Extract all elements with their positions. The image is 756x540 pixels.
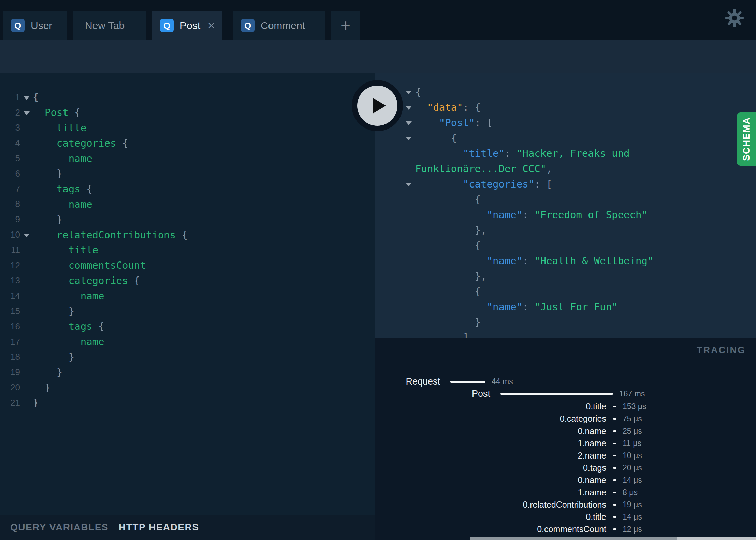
response-line: "title": "Hacker, Freaks und	[375, 146, 756, 161]
tracing-row-time: 153 μs	[623, 401, 646, 411]
editor-line[interactable]: 19 }	[0, 364, 375, 380]
add-tab-button[interactable]: +	[331, 11, 360, 40]
editor-line[interactable]: 15 }	[0, 303, 375, 319]
code-text: "title": "Hacker, Freaks und	[415, 148, 630, 159]
tab-bar: Q User New Tab Q Post × Q Comment +	[0, 0, 756, 40]
tracing-row-label: 1.name	[578, 438, 606, 448]
code-text: "name": "Freedom of Speech"	[415, 209, 648, 221]
response-line: "name": "Just For Fun"	[375, 299, 756, 314]
code-text: },	[415, 224, 487, 236]
tracing-dash	[613, 479, 616, 481]
query-editor-pane[interactable]: 1{2 Post {3 title4 categories {5 name6 }…	[0, 73, 375, 515]
tracing-dash	[613, 455, 616, 456]
tab-post[interactable]: Q Post ×	[152, 11, 222, 40]
tracing-row: 0.title14 μs	[375, 512, 756, 522]
editor-line[interactable]: 3 title	[0, 120, 375, 136]
collapse-arrow-icon[interactable]	[406, 91, 412, 94]
fold-arrow-icon[interactable]	[24, 96, 30, 100]
editor-line[interactable]: 13 categories {	[0, 273, 375, 288]
collapse-column	[402, 89, 415, 94]
editor-line[interactable]: 14 name	[0, 288, 375, 303]
editor-line[interactable]: 6 }	[0, 166, 375, 181]
editor-line[interactable]: 20 }	[0, 380, 375, 395]
tracing-row-label: 0.name	[578, 426, 606, 436]
code-text: categories {	[33, 275, 140, 286]
response-lines: { "data": { "Post": [ { "title": "Hacker…	[375, 84, 756, 338]
schema-tab-button[interactable]: SCHEMA	[737, 112, 756, 166]
close-tab-icon[interactable]: ×	[208, 19, 215, 32]
code-text: {	[33, 91, 39, 103]
code-text: "name": "Just For Fun"	[415, 301, 618, 313]
tracing-row-time: 20 μs	[623, 463, 642, 473]
editor-line[interactable]: 8 name	[0, 197, 375, 212]
collapse-arrow-icon[interactable]	[406, 183, 412, 186]
editor-line[interactable]: 7 tags {	[0, 181, 375, 197]
fold-arrow-icon[interactable]	[24, 234, 30, 237]
line-number: 7	[0, 184, 20, 194]
fold-column	[20, 232, 33, 237]
tracing-row-time: 75 μs	[623, 414, 642, 424]
code-text: name	[33, 290, 104, 302]
code-text: "categories": [	[415, 178, 552, 190]
settings-gear-icon[interactable]	[725, 8, 744, 28]
query-badge: Q	[160, 19, 174, 32]
line-number: 6	[0, 168, 20, 179]
editor-line[interactable]: 21}	[0, 395, 375, 410]
horizontal-scrollbar[interactable]	[470, 537, 756, 540]
http-headers-tab[interactable]: HTTP HEADERS	[119, 522, 199, 533]
response-line: "data": {	[375, 100, 756, 115]
play-icon	[373, 98, 386, 114]
tracing-row-time: 11 μs	[623, 438, 641, 448]
line-number: 12	[0, 260, 20, 271]
tracing-row: Post167 ms	[375, 389, 756, 399]
editor-line[interactable]: 16 tags {	[0, 319, 375, 334]
editor-line[interactable]: 1{	[0, 90, 375, 105]
tracing-row-time: 167 ms	[619, 389, 645, 399]
tab-comment[interactable]: Q Comment	[233, 11, 325, 40]
code-text: Funktionäre...Der CCC",	[415, 163, 552, 175]
tracing-row: 0.title153 μs	[375, 401, 756, 411]
collapse-column	[402, 120, 415, 125]
editor-line[interactable]: 17 name	[0, 334, 375, 349]
tab-user[interactable]: Q User	[3, 11, 67, 40]
editor-line[interactable]: 9 }	[0, 212, 375, 227]
tab-new-tab[interactable]: New Tab	[73, 11, 146, 40]
editor-line[interactable]: 2 Post {	[0, 105, 375, 120]
editor-line[interactable]: 10 relatedContributions {	[0, 227, 375, 242]
tracing-row-label: 0.commentsCount	[537, 524, 606, 534]
editor-line[interactable]: 12 commentsCount	[0, 258, 375, 273]
editor-line[interactable]: 4 categories {	[0, 135, 375, 151]
tracing-row: 1.name8 μs	[375, 487, 756, 497]
scrollbar-thumb[interactable]	[470, 537, 677, 540]
tracing-row-time: 19 μs	[623, 499, 642, 510]
query-variables-tab[interactable]: QUERY VARIABLES	[10, 522, 108, 533]
fold-arrow-icon[interactable]	[24, 111, 30, 115]
tab-label: New Tab	[85, 20, 125, 31]
tracing-row-label: 0.title	[586, 401, 606, 411]
query-editor-lines: 1{2 Post {3 title4 categories {5 name6 }…	[0, 90, 375, 410]
editor-line[interactable]: 11 title	[0, 242, 375, 258]
code-text: {	[415, 240, 481, 251]
tracing-dash	[613, 492, 616, 493]
tracing-row: 0.name14 μs	[375, 475, 756, 485]
code-text: name	[33, 153, 92, 164]
line-number: 17	[0, 336, 20, 347]
tracing-row: 2.name10 μs	[375, 450, 756, 461]
collapse-arrow-icon[interactable]	[406, 121, 412, 125]
line-number: 9	[0, 214, 20, 225]
response-line: ]	[375, 330, 756, 338]
editor-line[interactable]: 5 name	[0, 151, 375, 166]
code-text: }	[33, 366, 62, 378]
line-number: 18	[0, 351, 20, 362]
code-text: ]	[415, 332, 469, 338]
tracing-row-label: Request	[406, 376, 440, 387]
tracing-title: TRACING	[697, 345, 746, 356]
code-text: categories {	[33, 137, 128, 149]
line-number: 19	[0, 367, 20, 377]
execute-query-button[interactable]	[352, 80, 403, 131]
editor-line[interactable]: 18 }	[0, 349, 375, 365]
collapse-arrow-icon[interactable]	[406, 137, 412, 140]
tracing-row-label: Post	[472, 389, 490, 399]
collapse-arrow-icon[interactable]	[406, 106, 412, 110]
response-line: },	[375, 268, 756, 284]
